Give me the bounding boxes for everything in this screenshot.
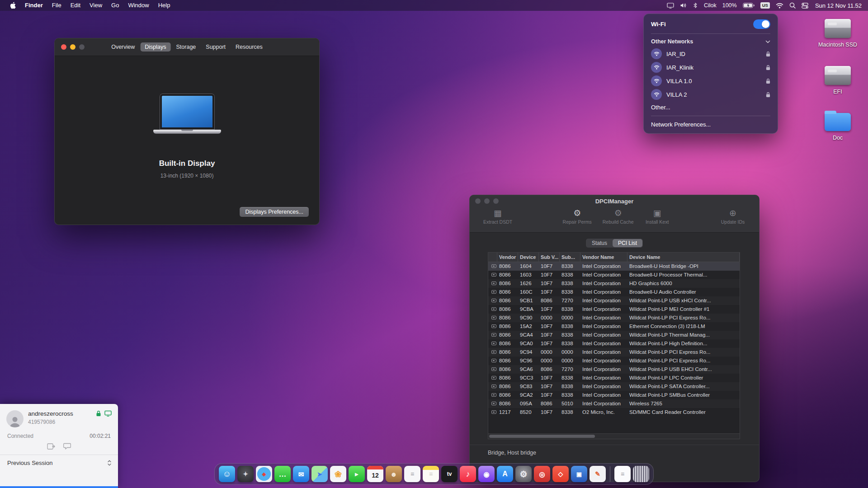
dock-photos[interactable]: ❀ (330, 466, 346, 482)
menu-help[interactable]: Help (154, 0, 175, 11)
toolbar-rebuild-cache[interactable]: ⚙Rebuild Cache (603, 208, 634, 225)
pci-row[interactable]: 80869CA410F78338Intel CorporationWildcat… (488, 331, 740, 339)
menu-edit[interactable]: Edit (66, 0, 85, 11)
menu-file[interactable]: File (47, 0, 66, 11)
menubar-clock[interactable]: Sun 12 Nov 11.52 (815, 2, 862, 9)
dock-reminders[interactable]: ≡ (404, 466, 420, 482)
bluetooth-icon[interactable] (693, 2, 698, 9)
wifi-network-villa-1-0[interactable]: VILLA 1.0 (644, 74, 778, 88)
column-header-vendor[interactable]: Vendor (497, 253, 518, 262)
pci-row[interactable]: 80869C8310F78338Intel CorporationWildcat… (488, 382, 740, 391)
scrollbar-thumb[interactable] (489, 435, 595, 438)
dock-trash[interactable] (633, 466, 649, 482)
dock-podcasts[interactable]: ◉ (478, 466, 495, 482)
pci-row[interactable]: 80869CC310F78338Intel CorporationWildcat… (488, 374, 740, 382)
tab-pci-list[interactable]: PCI List (613, 239, 642, 247)
battery-icon[interactable] (743, 3, 755, 8)
zoom-button[interactable] (79, 44, 85, 50)
tab-support[interactable]: Support (201, 42, 230, 52)
pci-row[interactable]: 80869CB180867270Intel CorporationWildcat… (488, 296, 740, 305)
desktop-icon-efi[interactable]: EFI (813, 66, 863, 95)
tab-storage[interactable]: Storage (172, 42, 201, 52)
menu-go[interactable]: Go (107, 0, 123, 11)
pci-row[interactable]: 8086095A80865010Intel CorporationWireles… (488, 399, 740, 408)
pci-row[interactable]: 8086160C10F78338Intel CorporationBroadwe… (488, 288, 740, 296)
desktop-icon-macintosh-ssd[interactable]: Macintosh SSD (813, 19, 863, 48)
close-button[interactable] (61, 44, 66, 50)
pci-row[interactable]: 80869CBA10F78338Intel CorporationWildcat… (488, 305, 740, 314)
dock-app-red[interactable]: ◎ (534, 466, 550, 482)
pci-row[interactable]: 80869CA210F78338Intel CorporationWildcat… (488, 391, 740, 399)
wifi-icon[interactable] (776, 3, 783, 9)
chat-icon[interactable] (63, 443, 71, 450)
screen-mirroring-icon[interactable] (667, 2, 674, 9)
horizontal-scrollbar[interactable] (488, 433, 740, 439)
menu-finder[interactable]: Finder (20, 0, 47, 11)
pci-row[interactable]: 80869CA010F78338Intel CorporationWildcat… (488, 339, 740, 348)
session-selector[interactable]: Previous Session (0, 455, 118, 466)
keyboard-layout-badge[interactable]: US (760, 2, 770, 9)
tab-resources[interactable]: Resources (231, 42, 267, 52)
dock-mail[interactable]: ✉ (293, 466, 309, 482)
dock-system-preferences[interactable]: ⚙ (515, 466, 532, 482)
minimize-button[interactable] (70, 44, 75, 50)
pci-row[interactable]: 8086162610F78338Intel CorporationHD Grap… (488, 279, 740, 288)
pci-row[interactable]: 80869C9400000000Intel CorporationWildcat… (488, 348, 740, 357)
tab-displays[interactable]: Displays (140, 42, 170, 52)
pci-table-header[interactable]: VendorDeviceSub V...Sub...Vendor NameDev… (488, 253, 740, 262)
toolbar-install-kext[interactable]: ▣Install Kext (645, 208, 670, 225)
pci-row[interactable]: 808615A210F78338Intel CorporationEtherne… (488, 322, 740, 331)
toolbar-repair-perms[interactable]: ⚙Repair Perms (563, 208, 592, 225)
dpci-titlebar[interactable]: DPCIManager (470, 195, 759, 207)
displays-preferences-button[interactable]: Displays Preferences... (239, 206, 309, 217)
dock-app-store[interactable]: A (497, 466, 513, 482)
wifi-network-iar-klinik[interactable]: IAR_Klinik (644, 61, 778, 74)
tab-overview[interactable]: Overview (107, 42, 139, 52)
dock-anydesk[interactable]: ◇ (552, 466, 569, 482)
pci-row[interactable]: 80869CA680867270Intel CorporationWildcat… (488, 365, 740, 374)
wifi-network-iar-id[interactable]: IAR_ID (644, 47, 778, 61)
dock-textedit[interactable]: ≡ (614, 466, 631, 482)
about-titlebar[interactable]: OverviewDisplaysStorageSupportResources (55, 38, 319, 56)
column-header-sub[interactable]: Sub... (560, 253, 580, 262)
column-header-device-name[interactable]: Device Name (627, 253, 740, 262)
toolbar-extract-dsdt[interactable]: ▦Extract DSDT (483, 208, 512, 225)
menu-window[interactable]: Window (123, 0, 153, 11)
other-networks-header[interactable]: Other Networks (644, 36, 778, 47)
dock-finder[interactable]: ☺ (219, 466, 235, 482)
dock-notes[interactable]: ≡ (423, 466, 439, 482)
desktop-icon-doc[interactable]: Doc (813, 113, 863, 141)
control-center-icon[interactable] (802, 2, 808, 9)
file-transfer-icon[interactable] (47, 443, 55, 450)
dock-app-white[interactable]: ✎ (590, 466, 606, 482)
dock-tv[interactable]: tv (441, 466, 458, 482)
dock-messages[interactable]: … (274, 466, 291, 482)
wifi-toggle[interactable] (753, 19, 770, 29)
wifi-other[interactable]: Other... (644, 101, 778, 113)
dock-contacts[interactable]: ☻ (386, 466, 402, 482)
pci-row[interactable]: 80869C9600000000Intel CorporationWildcat… (488, 357, 740, 365)
volume-icon[interactable] (680, 3, 687, 8)
dock-app-blue[interactable]: ▣ (571, 466, 587, 482)
dock-calendar[interactable]: 12 (367, 466, 383, 482)
dock-facetime[interactable]: ► (349, 466, 365, 482)
pci-row[interactable]: 8086160310F78338Intel CorporationBroadwe… (488, 271, 740, 279)
dock-launchpad[interactable]: ✦ (237, 466, 254, 482)
column-header-sub-v[interactable]: Sub V... (539, 253, 560, 262)
input-source-name[interactable]: Cilok (704, 2, 717, 9)
dock-maps[interactable]: ➤ (311, 466, 328, 482)
dock-safari[interactable]: ◆ (256, 466, 272, 482)
pci-row[interactable]: 1217852010F78338O2 Micro, Inc.SD/MMC Car… (488, 408, 740, 417)
menu-view[interactable]: View (85, 0, 107, 11)
dock-music[interactable]: ♪ (460, 466, 476, 482)
search-icon[interactable] (789, 2, 796, 9)
column-header-device[interactable]: Device (518, 253, 539, 262)
pci-row[interactable]: 8086160410F78338Intel CorporationBroadwe… (488, 262, 740, 271)
tab-status[interactable]: Status (586, 239, 613, 247)
column-header-vendor-name[interactable]: Vendor Name (580, 253, 627, 262)
pci-row[interactable]: 80869C9000000000Intel CorporationWildcat… (488, 314, 740, 322)
wifi-network-villa-2[interactable]: VILLA 2 (644, 88, 778, 101)
network-preferences[interactable]: Network Preferences... (644, 118, 778, 131)
toolbar-update-ids[interactable]: ⊕Update IDs (720, 208, 745, 225)
apple-menu[interactable] (10, 2, 16, 9)
